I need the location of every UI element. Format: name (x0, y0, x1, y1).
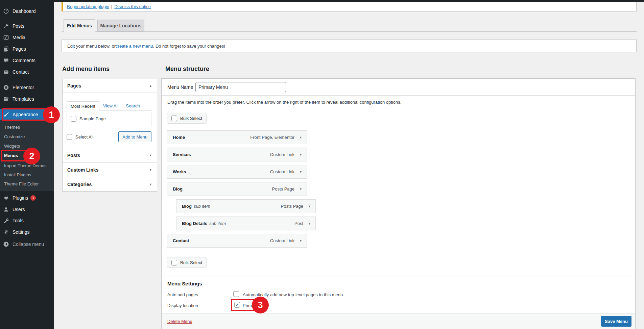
sidebar-item-users[interactable]: Users (0, 204, 54, 215)
expand-arrow-icon[interactable]: ▼ (149, 168, 152, 172)
submenu-item-widgets[interactable]: Widgets (0, 141, 54, 151)
menu-item-blog-sub[interactable]: Blog sub item Posts Page▼ (176, 199, 316, 213)
drag-instructions: Drag the items into the order you prefer… (167, 100, 401, 105)
submenu-item-customize[interactable]: Customize (0, 132, 54, 141)
sidebar-item-settings[interactable]: Settings (0, 226, 54, 238)
sidebar-label: Media (13, 35, 25, 40)
dropdown-arrow-icon[interactable]: ▼ (299, 239, 302, 243)
sidebar-label: Tools (13, 218, 24, 223)
wordpress-menus-page: Dashboard Posts Media Pages Comments Con… (0, 0, 644, 329)
bulk-select-toggle[interactable]: Bulk Select (167, 257, 207, 268)
tab-most-recent[interactable]: Most Recent (67, 101, 99, 111)
menu-item-home[interactable]: Home Front Page, Elementor▼ (167, 130, 307, 144)
add-menu-items-panel: Pages ▲ Most Recent View All Search Samp… (62, 79, 157, 192)
submenu-item-theme-file-editor[interactable]: Theme File Editor (0, 179, 54, 188)
dropdown-arrow-icon[interactable]: ▼ (308, 222, 311, 225)
menu-item-works[interactable]: Works Custom Link▼ (167, 165, 307, 179)
edit-menu-info-bar: Edit your menu below, or create a new me… (62, 40, 637, 52)
display-location-primary-checkbox[interactable]: ✓ (234, 302, 240, 308)
bulk-select-checkbox[interactable] (171, 260, 177, 265)
display-location-label: Display location (167, 303, 198, 308)
tab-search[interactable]: Search (122, 101, 143, 110)
menu-item-blog[interactable]: Blog Posts Page▼ (167, 182, 307, 196)
sample-page-checkbox[interactable] (71, 116, 76, 122)
menu-settings-heading: Menu Settings (167, 281, 202, 286)
tab-edit-menus[interactable]: Edit Menus (64, 19, 95, 32)
submenu-item-install-plugins[interactable]: Install Plugins (0, 170, 54, 179)
collapse-arrow-icon[interactable]: ▲ (149, 84, 152, 87)
sidebar-item-dashboard[interactable]: Dashboard (0, 5, 54, 17)
dropdown-arrow-icon[interactable]: ▼ (299, 136, 302, 139)
sidebar-item-tools[interactable]: Tools (0, 215, 54, 226)
sidebar-label: Plugins (13, 195, 28, 201)
begin-updating-plugin-link[interactable]: Begin updating plugin (67, 4, 109, 9)
accordion-posts-header[interactable]: Posts ▼ (63, 148, 157, 162)
sidebar-item-appearance[interactable]: Appearance (0, 109, 54, 120)
sidebar-label: Comments (13, 58, 35, 63)
envelope-icon (3, 69, 9, 75)
select-all-checkbox[interactable] (67, 134, 72, 140)
bulk-select-toggle[interactable]: Bulk Select (167, 113, 207, 124)
expand-arrow-icon[interactable]: ▼ (149, 154, 152, 157)
sample-page-label: Sample Page (79, 116, 106, 121)
expand-arrow-icon[interactable]: ▼ (149, 183, 152, 186)
accordion-custom-links-header[interactable]: Custom Links ▼ (63, 162, 157, 177)
sidebar-label: Contact (13, 69, 29, 75)
sidebar-item-comments[interactable]: Comments (0, 55, 54, 66)
notice-separator: | (111, 4, 112, 9)
sidebar-item-elementor[interactable]: Elementor (0, 82, 54, 93)
bulk-select-checkbox[interactable] (171, 116, 177, 121)
create-new-menu-link[interactable]: create a new menu (116, 44, 153, 49)
sidebar-item-pages[interactable]: Pages (0, 43, 54, 55)
admin-sidebar: Dashboard Posts Media Pages Comments Con… (0, 0, 54, 329)
sidebar-collapse-menu[interactable]: Collapse menu (0, 238, 54, 250)
sidebar-label: Pages (13, 46, 26, 52)
menu-item-contact[interactable]: Contact Custom Link▼ (167, 234, 307, 248)
pages-panel-footer: Select All Add to Menu (67, 131, 151, 142)
sidebar-item-media[interactable]: Media (0, 32, 54, 43)
sidebar-item-posts[interactable]: Posts (0, 20, 54, 32)
wrench-icon (3, 217, 9, 224)
accordion-categories-header[interactable]: Categories ▼ (63, 177, 157, 191)
tab-manage-locations[interactable]: Manage Locations (97, 20, 144, 31)
collapse-arrow-icon (3, 241, 9, 248)
media-icon (3, 34, 9, 41)
dropdown-arrow-icon[interactable]: ▼ (308, 205, 311, 208)
tab-view-all[interactable]: View All (99, 101, 122, 110)
sidebar-label: Templates (13, 96, 34, 102)
sidebar-item-templates[interactable]: Templates (0, 93, 54, 105)
dismiss-notice-link[interactable]: Dismiss this notice (114, 4, 151, 9)
menu-item-services[interactable]: Services Custom Link▼ (167, 148, 307, 161)
plugin-update-notice: Begin updating plugin | Dismiss this not… (62, 2, 637, 11)
sidebar-label: Elementor (13, 85, 34, 90)
check-icon: ✓ (235, 303, 239, 307)
accordion-pages-header[interactable]: Pages ▲ (63, 79, 157, 93)
submenu-item-themes[interactable]: Themes (0, 122, 54, 132)
dashboard-icon (3, 8, 9, 15)
primary-location-text: Primary (243, 303, 258, 308)
auto-add-pages-label: Auto add pages (167, 292, 198, 297)
add-to-menu-button[interactable]: Add to Menu (118, 131, 151, 142)
save-menu-button[interactable]: Save Menu (601, 316, 631, 327)
dropdown-arrow-icon[interactable]: ▼ (299, 187, 302, 191)
sidebar-item-contact[interactable]: Contact (0, 66, 54, 78)
admin-bar-edge (0, 0, 644, 2)
submenu-item-menus[interactable]: Menus (0, 151, 54, 160)
dropdown-arrow-icon[interactable]: ▼ (299, 153, 302, 156)
tab-divider-line (62, 31, 637, 32)
delete-menu-link[interactable]: Delete Menu (167, 319, 192, 324)
submenu-item-import-theme-demos[interactable]: Import Theme Demos (0, 161, 54, 170)
folder-icon (3, 96, 9, 102)
pages-tabs: Most Recent View All Search (67, 101, 151, 110)
dropdown-arrow-icon[interactable]: ▼ (299, 170, 302, 174)
auto-add-pages-checkbox[interactable] (233, 291, 239, 297)
menu-structure-panel: Menu Name Drag the items into the order … (161, 78, 636, 329)
user-icon (3, 206, 9, 213)
appearance-submenu: Themes Customize Widgets Menus Import Th… (0, 120, 54, 191)
sidebar-item-plugins[interactable]: Plugins 1 (0, 192, 54, 204)
menu-name-input[interactable] (195, 82, 286, 92)
plugins-update-badge: 1 (30, 195, 36, 201)
menu-item-blog-details-sub[interactable]: Blog Details sub item Post▼ (176, 217, 316, 230)
pages-icon (3, 46, 9, 52)
pages-checklist: Sample Page (67, 110, 151, 127)
